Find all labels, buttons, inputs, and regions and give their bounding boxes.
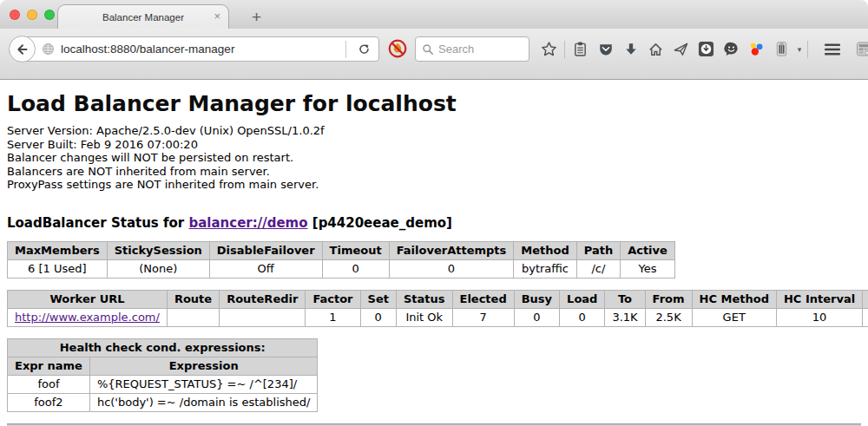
- tab-strip: Balancer Manager × +: [0, 0, 868, 29]
- server-built-line: Server Built: Feb 9 2016 07:00:20: [7, 138, 861, 152]
- column-header: Busy: [514, 290, 559, 308]
- page-tiles-icon: [856, 41, 868, 57]
- status-heading-suffix: [p4420eeae_demo]: [312, 215, 452, 231]
- new-tab-button[interactable]: +: [243, 6, 270, 29]
- column-header: Expr name: [8, 357, 90, 375]
- column-header: RouteRedir: [220, 290, 306, 308]
- toolbar-divider: [807, 41, 808, 58]
- bookmark-star-button[interactable]: [536, 39, 562, 59]
- overflow-caret-icon[interactable]: ▾: [794, 45, 805, 54]
- navigation-toolbar: localhost:8880/balancer-manager Search: [0, 29, 868, 80]
- cell-to: 3.1K: [605, 308, 645, 326]
- minimize-window-button[interactable]: [27, 10, 37, 20]
- star-icon: [541, 41, 557, 57]
- archive-button[interactable]: [769, 39, 794, 59]
- reload-button[interactable]: [352, 39, 375, 60]
- close-window-button[interactable]: [10, 10, 20, 20]
- search-placeholder: Search: [438, 43, 474, 56]
- proxypass-inherit-line: ProxyPass settings are NOT inherited fro…: [7, 178, 861, 192]
- flash-block-icon[interactable]: [387, 38, 408, 59]
- cell-elected: 7: [452, 308, 514, 326]
- tab-title: Balancer Manager: [102, 12, 184, 23]
- balancers-inherit-line: Balancers are NOT inherited from main se…: [7, 165, 861, 179]
- balancer-demo-link[interactable]: balancer://demo: [188, 215, 307, 231]
- toolbar-divider: [564, 41, 565, 58]
- clipboard-icon: [573, 41, 588, 57]
- cell-factor: 1: [306, 308, 360, 326]
- column-header: Passes: [863, 290, 868, 308]
- table-row: foof %{REQUEST_STATUS} =~ /^[234]/: [8, 375, 318, 393]
- cell-hc-interval: 10: [776, 308, 862, 326]
- cell-expression: %{REQUEST_STATUS} =~ /^[234]/: [89, 375, 318, 393]
- tab-balancer-manager[interactable]: Balancer Manager ×: [57, 4, 229, 29]
- page-title: Load Balancer Manager for localhost: [7, 91, 861, 116]
- url-text[interactable]: localhost:8880/balancer-manager: [61, 43, 339, 56]
- column-header: DisableFailover: [209, 241, 322, 259]
- cell-hc-method: GET: [692, 308, 776, 326]
- downloads-button[interactable]: [618, 39, 643, 59]
- cell-method: bytraffic: [514, 259, 576, 278]
- cell-stickysession: (None): [107, 259, 209, 278]
- column-header: FailoverAttempts: [389, 241, 514, 259]
- feedback-button[interactable]: [719, 39, 744, 59]
- column-header: Route: [167, 290, 219, 308]
- cell-path: /c/: [576, 259, 620, 278]
- table-row: 6 [1 Used] (None) Off 0 0 bytraffic /c/ …: [8, 259, 675, 278]
- home-button[interactable]: [643, 39, 668, 59]
- cell-expr-name: foof: [8, 375, 90, 393]
- column-header: Load: [560, 290, 605, 308]
- url-bar[interactable]: localhost:8880/balancer-manager: [22, 36, 379, 62]
- table-header-row: MaxMembers StickySession DisableFailover…: [8, 241, 675, 259]
- table-row: foof2 hc('body') =~ /domain is establish…: [8, 393, 318, 411]
- square-download-icon: [698, 41, 714, 57]
- zoom-window-button[interactable]: [44, 10, 55, 20]
- column-header: Status: [396, 290, 452, 308]
- download-arrow-icon: [623, 42, 639, 57]
- persist-warning-line: Balancer changes will NOT be persisted o…: [7, 151, 861, 165]
- save-page-button[interactable]: [694, 39, 719, 59]
- cell-expression: hc('body') =~ /domain is established/: [89, 393, 318, 411]
- search-bar[interactable]: Search: [415, 36, 529, 62]
- balancer-settings-table: MaxMembers StickySession DisableFailover…: [7, 241, 675, 279]
- clipboard-button[interactable]: [568, 39, 593, 59]
- pocket-button[interactable]: [593, 39, 618, 59]
- urlbar-divider: [345, 41, 346, 58]
- column-header: HC Method: [692, 290, 776, 308]
- menu-button[interactable]: [819, 39, 845, 59]
- column-header: Method: [514, 241, 576, 259]
- column-header: From: [645, 290, 692, 308]
- column-header: Worker URL: [8, 290, 168, 308]
- cell-disablefailover: Off: [209, 259, 322, 278]
- worker-url-link[interactable]: http://www.example.com/: [15, 311, 160, 324]
- table-header-row: Worker URL Route RouteRedir Factor Set S…: [8, 290, 868, 308]
- reload-icon: [358, 43, 371, 56]
- paper-plane-icon: [673, 41, 689, 57]
- back-button[interactable]: [9, 36, 36, 62]
- send-button[interactable]: [668, 39, 694, 59]
- battery-icon: [774, 41, 789, 57]
- browser-window: Balancer Manager × + localhost:8880/bala…: [0, 0, 868, 426]
- cell-failoverattempts: 0: [389, 259, 514, 278]
- cell-maxmembers: 6 [1 Used]: [8, 259, 108, 278]
- color-dots-button[interactable]: [744, 39, 769, 59]
- tiles-button[interactable]: [852, 39, 868, 59]
- hamburger-icon: [824, 43, 841, 56]
- page-content: Load Balancer Manager for localhost Serv…: [0, 91, 868, 426]
- tab-close-icon[interactable]: ×: [214, 10, 220, 23]
- column-header: Elected: [452, 290, 514, 308]
- cell-active: Yes: [621, 259, 675, 278]
- server-info: Server Version: Apache/2.5.0-dev (Unix) …: [7, 124, 861, 192]
- window-controls: [10, 10, 55, 20]
- home-icon: [648, 42, 664, 57]
- cell-timeout: 0: [322, 259, 389, 278]
- cell-expr-name: foof2: [8, 393, 90, 411]
- cell-worker-url: http://www.example.com/: [8, 308, 168, 326]
- chat-smiley-icon: [723, 41, 740, 57]
- loadbalancer-status-heading: LoadBalancer Status for balancer://demo …: [7, 215, 861, 231]
- cell-routeredir: [220, 308, 306, 326]
- cell-status: Init Ok: [396, 308, 452, 326]
- column-header: StickySession: [107, 241, 209, 259]
- cell-route: [167, 308, 219, 326]
- cell-from: 2.5K: [645, 308, 692, 326]
- search-icon: [422, 43, 434, 56]
